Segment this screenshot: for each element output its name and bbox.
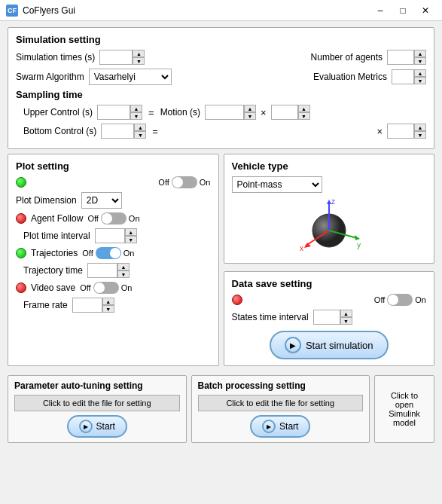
bottom-mult-up[interactable]: ▲ [414,124,426,131]
plot-dim-select[interactable]: 2D 3D [81,192,122,209]
upper-control-down[interactable]: ▼ [130,112,142,120]
plot-toggle-track[interactable] [172,176,197,188]
sim-times-input[interactable]: 100 [99,50,133,65]
frame-rate-label: Frame rate [23,300,68,310]
eval-metrics-spinner[interactable]: 0 ▲ ▼ [392,69,426,84]
data-save-group: Data save setting Off On States time int… [224,271,435,366]
plot-time-up[interactable]: ▲ [125,228,137,236]
frame-rate-up[interactable]: ▲ [102,298,114,305]
eval-metrics-input[interactable]: 0 [392,69,414,84]
simulation-setting-title: Simulation setting [16,34,426,45]
bottom-control-row: Bottom Control (s) 0.01 ▲ ▼ = × 4 ▲ ▼ [16,124,426,139]
video-toggle-track[interactable] [93,282,119,294]
motion-input[interactable]: 0.0025 [205,105,244,120]
trajectory-time-row: Trajectory time 20 ▲ ▼ [16,263,211,278]
agent-off-label: Off [87,214,98,223]
bottom-control-down[interactable]: ▼ [134,131,146,139]
vehicle-type-title: Vehicle type [232,160,427,172]
motion-mult-input[interactable]: 40 [271,105,298,120]
frame-rate-down[interactable]: ▼ [102,305,114,313]
swarm-algo-label: Swarm Algorithm [16,72,84,82]
eq-sign-1: = [147,107,156,118]
data-toggle-track[interactable] [387,294,413,306]
motion-mult-up[interactable]: ▲ [298,105,310,112]
bottom-control-spinner[interactable]: 0.01 ▲ ▼ [101,124,146,139]
agent-follow-led [16,213,26,224]
plot-toggle-thumb [172,177,183,188]
sim-times-spinner[interactable]: 100 ▲ ▼ [99,50,145,65]
bottom-control-input[interactable]: 0.01 [101,124,134,139]
states-interval-spinner[interactable]: 1 ▲ ▼ [313,310,352,325]
bottom-mult-spinner[interactable]: 4 ▲ ▼ [387,124,426,139]
eval-metrics-up[interactable]: ▲ [414,69,426,77]
data-save-title: Data save setting [232,278,427,289]
states-interval-label: States time interval [232,312,309,322]
agent-follow-toggle[interactable]: Off On [87,212,139,225]
trajectory-time-spinner[interactable]: 20 ▲ ▼ [87,263,130,278]
eval-metrics-down[interactable]: ▼ [414,77,426,84]
agent-toggle-track[interactable] [101,212,127,225]
simulink-box[interactable]: Click to open Simulink model [374,375,434,443]
close-button[interactable]: ✕ [415,3,436,18]
traj-on-label: On [123,249,135,258]
bottom-control-up[interactable]: ▲ [134,124,146,131]
num-agents-spinner[interactable]: 6 ▲ ▼ [387,50,426,65]
frame-rate-spinner[interactable]: 30 ▲ ▼ [72,298,114,313]
frame-rate-input[interactable]: 30 [72,298,102,313]
motion-mult-spinner[interactable]: 40 ▲ ▼ [271,105,310,120]
motion-down[interactable]: ▼ [244,112,256,120]
param-start-button[interactable]: ▶ Start [67,415,127,438]
vehicle-type-select[interactable]: Point-mass Quadrotor Fixed-wing [232,176,322,193]
traj-time-down[interactable]: ▼ [117,270,130,278]
trajectory-time-input[interactable]: 20 [87,263,117,278]
sampling-time-title: Sampling time [16,89,426,100]
upper-control-label: Upper Control (s) [23,107,93,118]
motion-up[interactable]: ▲ [244,105,256,112]
plot-dim-label: Plot Dimension [16,195,77,206]
num-agents-up[interactable]: ▲ [414,50,426,57]
video-save-toggle[interactable]: Off On [80,282,132,294]
minimize-button[interactable]: – [370,3,391,18]
maximize-button[interactable]: □ [392,3,413,18]
agent-follow-label: Agent Follow [31,213,83,224]
motion-label: Motion (s) [160,107,200,118]
upper-control-up[interactable]: ▲ [130,105,142,112]
num-agents-input[interactable]: 6 [387,50,414,65]
states-interval-up[interactable]: ▲ [340,310,352,317]
data-toggle-thumb [388,295,398,305]
traj-toggle-track[interactable] [96,247,121,259]
traj-time-up[interactable]: ▲ [117,263,130,270]
param-edit-button[interactable]: Click to edit the file for setting [14,395,180,411]
batch-start-button[interactable]: ▶ Start [250,415,310,438]
start-simulation-button[interactable]: ▶ Start simulation [270,331,389,359]
param-play-icon: ▶ [79,420,93,433]
simulink-label: Click to open Simulink model [381,391,428,427]
title-bar: CF CoFlyers Gui – □ ✕ [0,0,442,21]
plot-time-interval-spinner[interactable]: 1 ▲ ▼ [95,228,137,243]
states-interval-input[interactable]: 1 [313,310,340,325]
upper-control-input[interactable]: 0.1 [97,105,130,120]
sim-times-up[interactable]: ▲ [133,50,145,57]
plot-main-toggle[interactable]: Off On [158,176,210,188]
window-title: CoFlyers Gui [23,5,75,16]
upper-control-spinner[interactable]: 0.1 ▲ ▼ [97,105,142,120]
motion-mult-down[interactable]: ▼ [298,112,310,120]
plot-time-down[interactable]: ▼ [125,236,137,243]
batch-edit-button[interactable]: Click to edit the file for setting [198,395,364,411]
states-interval-down[interactable]: ▼ [340,317,352,325]
start-play-icon: ▶ [285,337,301,353]
middle-section: Plot setting Off On Plot Dimension 2D 3D [8,154,434,371]
swarm-algo-select[interactable]: Vasarhelyi Reynolds [89,69,172,85]
svg-text:y: y [357,241,361,249]
data-off-label: Off [374,295,385,304]
sim-times-down[interactable]: ▼ [133,57,145,65]
param-tuning-title: Parameter auto-tuning setting [14,380,180,391]
motion-spinner[interactable]: 0.0025 ▲ ▼ [205,105,256,120]
data-save-toggle[interactable]: Off On [374,294,426,306]
bottom-mult-down[interactable]: ▼ [414,131,426,139]
plot-time-interval-input[interactable]: 1 [95,228,125,243]
trajectories-toggle[interactable]: Off On [82,247,134,259]
bottom-mult-input[interactable]: 4 [387,124,414,139]
frame-rate-row: Frame rate 30 ▲ ▼ [16,298,211,313]
num-agents-down[interactable]: ▼ [414,57,426,65]
